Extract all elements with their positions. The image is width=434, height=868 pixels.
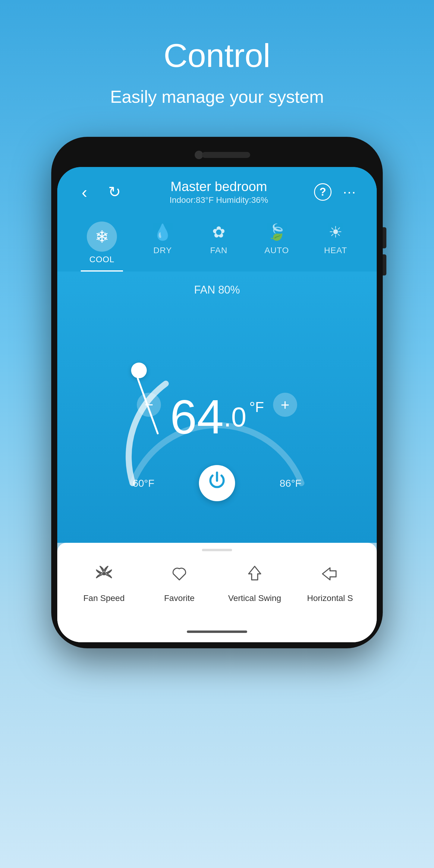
fan-percentage-label: FAN 80% (194, 284, 240, 296)
power-button[interactable] (199, 465, 235, 501)
help-icon: ? (319, 186, 326, 198)
cool-label: COOL (90, 255, 115, 264)
minus-button[interactable]: − (137, 393, 161, 417)
phone-shell: ‹ ↻ Master bedroom Indoor:83°F Humidity:… (51, 137, 383, 648)
tab-cool[interactable]: ❄ COOL (81, 217, 123, 272)
indoor-info: Indoor:83°F Humidity:36% (169, 195, 268, 205)
action-fan-speed[interactable]: Fan Speed (74, 563, 134, 603)
power-icon (207, 470, 227, 496)
tab-fan[interactable]: ✿ FAN (202, 217, 236, 272)
volume-down-button[interactable] (383, 254, 386, 276)
phone-screen: ‹ ↻ Master bedroom Indoor:83°F Humidity:… (57, 167, 377, 642)
fan-icon: ✿ (208, 221, 229, 243)
phone-top-bar (57, 143, 377, 167)
help-button[interactable]: ? (314, 183, 332, 201)
svg-marker-1 (249, 566, 261, 580)
phone-speaker (202, 152, 250, 158)
dial-container: − 64 .0 °F + (102, 302, 332, 513)
vertical-swing-icon (244, 563, 265, 589)
temperature-value: 64 (170, 393, 224, 441)
header-right: ? ⋯ (314, 183, 359, 201)
temp-min-label: 60°F (133, 477, 154, 489)
bottom-actions: Fan Speed Favorite (57, 563, 377, 603)
room-name: Master bedroom (169, 179, 268, 194)
favorite-label: Favorite (164, 593, 194, 603)
tab-dry[interactable]: 💧 DRY (146, 217, 179, 272)
temperature-unit: °F (249, 399, 264, 415)
volume-up-button[interactable] (383, 227, 386, 248)
tab-heat[interactable]: ☀ HEAT (318, 217, 353, 272)
home-indicator (187, 630, 247, 633)
minus-icon: − (145, 396, 153, 413)
app-header: ‹ ↻ Master bedroom Indoor:83°F Humidity:… (57, 167, 377, 211)
horizontal-swing-label: Horizontal S (307, 593, 353, 603)
bottom-sheet: Fan Speed Favorite (57, 543, 377, 621)
more-button[interactable]: ⋯ (341, 183, 359, 201)
auto-icon: 🍃 (266, 221, 287, 243)
temp-max-label: 86°F (280, 477, 301, 489)
plus-button[interactable]: + (273, 393, 297, 417)
page-subtitle: Easily manage your system (110, 87, 324, 107)
plus-icon: + (281, 396, 289, 413)
vertical-swing-label: Vertical Swing (228, 593, 281, 603)
heat-icon: ☀ (325, 221, 346, 243)
svg-point-0 (102, 572, 105, 575)
bottom-sheet-handle (202, 549, 232, 551)
header-center: Master bedroom Indoor:83°F Humidity:36% (169, 179, 268, 205)
cool-icon: ❄ (87, 221, 117, 252)
action-vertical-swing[interactable]: Vertical Swing (224, 563, 285, 603)
svg-marker-2 (322, 568, 336, 580)
action-horizontal-swing[interactable]: Horizontal S (300, 563, 360, 603)
action-favorite[interactable]: Favorite (149, 563, 210, 603)
tab-auto[interactable]: 🍃 AUTO (258, 217, 295, 272)
heat-label: HEAT (324, 246, 347, 255)
fan-speed-label: Fan Speed (84, 593, 125, 603)
phone-bottom-bar (57, 621, 377, 642)
temperature-display: − 64 .0 °F + (137, 375, 297, 441)
header-left: ‹ ↻ (75, 183, 124, 201)
back-button[interactable]: ‹ (75, 183, 93, 201)
horizontal-swing-icon (319, 563, 341, 589)
refresh-button[interactable]: ↻ (105, 183, 124, 201)
auto-label: AUTO (264, 246, 289, 255)
fan-speed-icon (93, 563, 115, 589)
thermostat-area: FAN 80% − (57, 272, 377, 543)
dry-label: DRY (153, 246, 172, 255)
fan-label: FAN (210, 246, 227, 255)
dry-icon: 💧 (152, 221, 173, 243)
temperature-decimal: .0 (224, 402, 246, 433)
page-title: Control (164, 36, 271, 74)
favorite-icon (169, 563, 190, 589)
mode-tabs: ❄ COOL 💧 DRY ✿ FAN 🍃 AUTO ☀ HEAT (57, 211, 377, 272)
